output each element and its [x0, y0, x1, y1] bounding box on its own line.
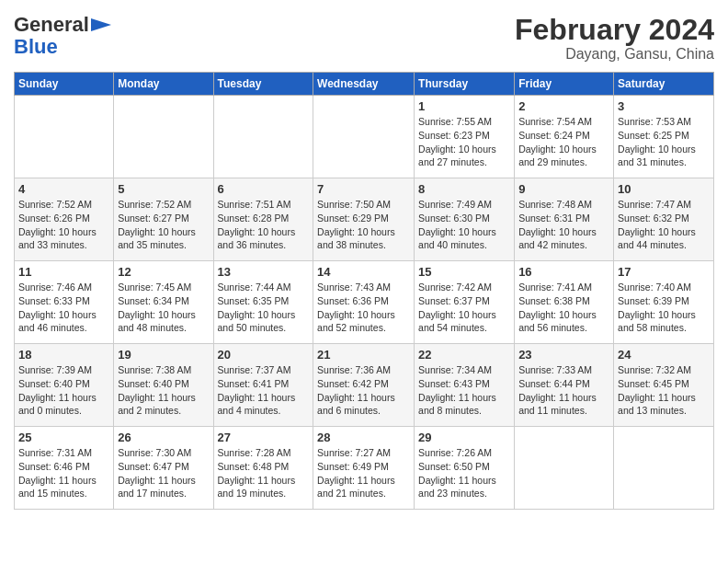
day-info: Sunrise: 7:42 AM Sunset: 6:37 PM Dayligh… [418, 281, 510, 335]
day-of-week-header: Sunday [15, 73, 114, 96]
day-info: Sunrise: 7:52 AM Sunset: 6:27 PM Dayligh… [118, 198, 209, 252]
calendar-cell: 4Sunrise: 7:52 AM Sunset: 6:26 PM Daylig… [15, 178, 114, 261]
calendar-cell: 24Sunrise: 7:32 AM Sunset: 6:45 PM Dayli… [614, 344, 714, 427]
calendar-week-row: 4Sunrise: 7:52 AM Sunset: 6:26 PM Daylig… [15, 178, 714, 261]
calendar-subtitle: Dayang, Gansu, China [515, 46, 714, 63]
day-info: Sunrise: 7:54 AM Sunset: 6:24 PM Dayligh… [518, 115, 609, 169]
day-number: 18 [18, 348, 109, 362]
calendar-cell: 19Sunrise: 7:38 AM Sunset: 6:40 PM Dayli… [114, 344, 213, 427]
logo-text: General [14, 14, 111, 36]
day-info: Sunrise: 7:53 AM Sunset: 6:25 PM Dayligh… [618, 115, 710, 169]
day-of-week-header: Tuesday [213, 73, 313, 96]
calendar-week-row: 25Sunrise: 7:31 AM Sunset: 6:46 PM Dayli… [15, 427, 714, 510]
calendar-cell: 26Sunrise: 7:30 AM Sunset: 6:47 PM Dayli… [114, 427, 213, 510]
day-info: Sunrise: 7:33 AM Sunset: 6:44 PM Dayligh… [518, 363, 609, 418]
calendar-cell: 14Sunrise: 7:43 AM Sunset: 6:36 PM Dayli… [313, 261, 415, 344]
day-info: Sunrise: 7:39 AM Sunset: 6:40 PM Dayligh… [18, 363, 109, 418]
calendar-week-row: 18Sunrise: 7:39 AM Sunset: 6:40 PM Dayli… [15, 344, 714, 427]
calendar-cell [614, 427, 714, 510]
day-info: Sunrise: 7:27 AM Sunset: 6:49 PM Dayligh… [317, 446, 410, 500]
day-number: 29 [418, 431, 510, 444]
calendar-cell: 29Sunrise: 7:26 AM Sunset: 6:50 PM Dayli… [415, 427, 515, 510]
day-info: Sunrise: 7:32 AM Sunset: 6:45 PM Dayligh… [618, 363, 710, 418]
day-number: 20 [218, 348, 310, 362]
day-info: Sunrise: 7:38 AM Sunset: 6:40 PM Dayligh… [118, 363, 209, 418]
calendar-cell: 5Sunrise: 7:52 AM Sunset: 6:27 PM Daylig… [114, 178, 213, 261]
day-number: 11 [18, 265, 109, 279]
calendar-week-row: 11Sunrise: 7:46 AM Sunset: 6:33 PM Dayli… [15, 261, 714, 344]
day-number: 7 [317, 182, 410, 196]
day-number: 13 [218, 265, 310, 279]
day-number: 3 [618, 99, 710, 113]
day-info: Sunrise: 7:30 AM Sunset: 6:47 PM Dayligh… [118, 446, 209, 500]
day-of-week-header: Thursday [415, 73, 515, 96]
day-info: Sunrise: 7:49 AM Sunset: 6:30 PM Dayligh… [418, 198, 510, 252]
day-number: 16 [518, 265, 609, 279]
day-number: 22 [418, 348, 510, 362]
day-info: Sunrise: 7:41 AM Sunset: 6:38 PM Dayligh… [518, 281, 609, 335]
day-number: 4 [18, 182, 109, 196]
day-info: Sunrise: 7:37 AM Sunset: 6:41 PM Dayligh… [218, 363, 310, 418]
day-number: 15 [418, 265, 510, 279]
day-number: 19 [118, 348, 209, 362]
calendar-cell [15, 96, 114, 178]
page-header: General Blue February 2024 Dayang, Gansu… [14, 14, 714, 63]
day-info: Sunrise: 7:50 AM Sunset: 6:29 PM Dayligh… [317, 198, 410, 252]
calendar-cell: 25Sunrise: 7:31 AM Sunset: 6:46 PM Dayli… [15, 427, 114, 510]
calendar-cell: 21Sunrise: 7:36 AM Sunset: 6:42 PM Dayli… [313, 344, 415, 427]
calendar-cell: 3Sunrise: 7:53 AM Sunset: 6:25 PM Daylig… [614, 96, 714, 178]
day-number: 14 [317, 265, 410, 279]
calendar-body: 1Sunrise: 7:55 AM Sunset: 6:23 PM Daylig… [15, 96, 714, 510]
day-info: Sunrise: 7:45 AM Sunset: 6:34 PM Dayligh… [118, 281, 209, 335]
calendar-cell: 18Sunrise: 7:39 AM Sunset: 6:40 PM Dayli… [15, 344, 114, 427]
day-number: 21 [317, 348, 410, 362]
day-of-week-header: Saturday [614, 73, 714, 96]
calendar-cell: 7Sunrise: 7:50 AM Sunset: 6:29 PM Daylig… [313, 178, 415, 261]
calendar-cell: 20Sunrise: 7:37 AM Sunset: 6:41 PM Dayli… [213, 344, 313, 427]
logo-blue: Blue [14, 36, 58, 58]
day-number: 1 [418, 99, 510, 113]
day-info: Sunrise: 7:40 AM Sunset: 6:39 PM Dayligh… [618, 281, 710, 335]
calendar-cell: 11Sunrise: 7:46 AM Sunset: 6:33 PM Dayli… [15, 261, 114, 344]
day-info: Sunrise: 7:44 AM Sunset: 6:35 PM Dayligh… [218, 281, 310, 335]
day-number: 6 [218, 182, 310, 196]
calendar-cell: 2Sunrise: 7:54 AM Sunset: 6:24 PM Daylig… [515, 96, 614, 178]
day-number: 5 [118, 182, 209, 196]
svg-marker-0 [91, 18, 111, 31]
calendar-cell: 16Sunrise: 7:41 AM Sunset: 6:38 PM Dayli… [515, 261, 614, 344]
day-number: 28 [317, 431, 410, 444]
day-info: Sunrise: 7:26 AM Sunset: 6:50 PM Dayligh… [418, 446, 510, 500]
day-info: Sunrise: 7:46 AM Sunset: 6:33 PM Dayligh… [18, 281, 109, 335]
calendar-cell: 13Sunrise: 7:44 AM Sunset: 6:35 PM Dayli… [213, 261, 313, 344]
day-number: 10 [618, 182, 710, 196]
day-info: Sunrise: 7:52 AM Sunset: 6:26 PM Dayligh… [18, 198, 109, 252]
logo-icon [91, 18, 111, 31]
calendar-cell: 17Sunrise: 7:40 AM Sunset: 6:39 PM Dayli… [614, 261, 714, 344]
calendar-cell: 8Sunrise: 7:49 AM Sunset: 6:30 PM Daylig… [415, 178, 515, 261]
day-number: 12 [118, 265, 209, 279]
logo-general: General [14, 13, 89, 36]
day-number: 27 [218, 431, 310, 444]
day-of-week-header: Monday [114, 73, 213, 96]
day-info: Sunrise: 7:36 AM Sunset: 6:42 PM Dayligh… [317, 363, 410, 418]
calendar-cell: 12Sunrise: 7:45 AM Sunset: 6:34 PM Dayli… [114, 261, 213, 344]
day-number: 9 [518, 182, 609, 196]
calendar-cell: 28Sunrise: 7:27 AM Sunset: 6:49 PM Dayli… [313, 427, 415, 510]
calendar-cell: 27Sunrise: 7:28 AM Sunset: 6:48 PM Dayli… [213, 427, 313, 510]
logo: General Blue [14, 14, 111, 58]
day-number: 24 [618, 348, 710, 362]
calendar-cell [313, 96, 415, 178]
day-info: Sunrise: 7:47 AM Sunset: 6:32 PM Dayligh… [618, 198, 710, 252]
calendar-cell: 1Sunrise: 7:55 AM Sunset: 6:23 PM Daylig… [415, 96, 515, 178]
calendar-cell: 22Sunrise: 7:34 AM Sunset: 6:43 PM Dayli… [415, 344, 515, 427]
day-number: 23 [518, 348, 609, 362]
day-of-week-header: Wednesday [313, 73, 415, 96]
day-number: 17 [618, 265, 710, 279]
calendar-week-row: 1Sunrise: 7:55 AM Sunset: 6:23 PM Daylig… [15, 96, 714, 178]
day-info: Sunrise: 7:43 AM Sunset: 6:36 PM Dayligh… [317, 281, 410, 335]
day-info: Sunrise: 7:55 AM Sunset: 6:23 PM Dayligh… [418, 115, 510, 169]
day-number: 26 [118, 431, 209, 444]
title-block: February 2024 Dayang, Gansu, China [515, 14, 714, 63]
day-number: 8 [418, 182, 510, 196]
calendar-cell: 6Sunrise: 7:51 AM Sunset: 6:28 PM Daylig… [213, 178, 313, 261]
